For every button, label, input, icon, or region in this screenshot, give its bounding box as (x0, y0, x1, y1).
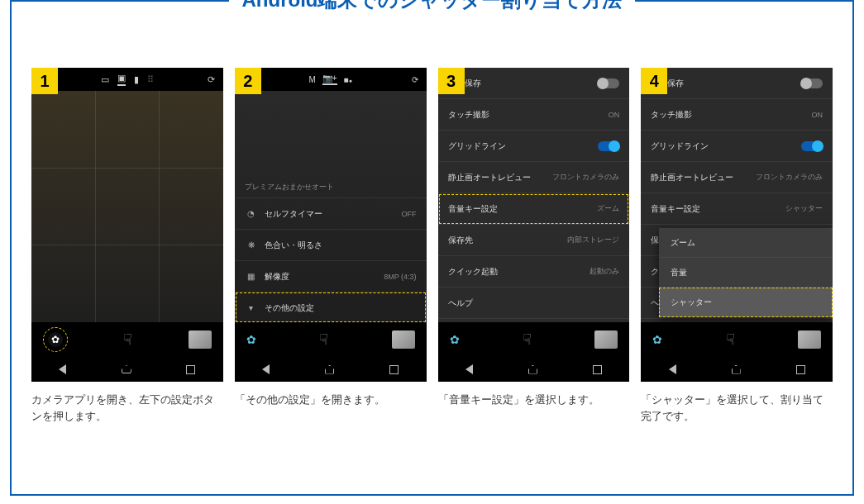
setting-quick-launch[interactable]: クイック起動 起動のみ (438, 256, 630, 288)
settings-button-active[interactable]: ✿ (450, 333, 460, 346)
nav-home-icon[interactable] (528, 365, 537, 374)
setting-gridline[interactable]: グリッドライン (641, 131, 833, 162)
setting-touch-shoot[interactable]: タッチ撮影 ON (641, 99, 833, 131)
nav-home-icon[interactable] (325, 365, 334, 374)
setting-save[interactable]: 報を保存 (641, 68, 833, 99)
shutter-button[interactable]: ☟ (523, 330, 532, 349)
nav-back-icon[interactable] (262, 364, 270, 374)
shutter-button[interactable]: ☟ (123, 330, 132, 349)
setting-value: 内部ストレージ (567, 235, 619, 245)
instruction-title: Android端末でのシャッター割り当て方法 (229, 0, 636, 13)
menu-label: セルフタイマー (265, 208, 402, 220)
mode-m-icon[interactable]: M (308, 75, 315, 84)
menu-value: 8MP (4:3) (384, 273, 416, 281)
menu-self-timer[interactable]: ◔ セルフタイマー OFF (235, 197, 427, 229)
settings-list: 報を保存 タッチ撮影 ON グリッドライン 静止画オートレビュー フロントカメラ… (641, 68, 833, 322)
step-caption: 「シャッター」を選択して、割り当て完了です。 (641, 392, 833, 425)
sun-icon: ❋ (245, 240, 258, 250)
step-3: 3 報を保存 タッチ撮影 ON グリッドライン (438, 68, 630, 425)
setting-help[interactable]: ヘルプ (438, 288, 630, 319)
step-1: 1 ▭ ▣ ▮ ⠿ ⟳ ✿ ☟ (31, 68, 223, 425)
switch-camera-icon[interactable]: ⟳ (208, 74, 215, 85)
setting-value: 起動のみ (590, 266, 619, 277)
android-navbar (641, 357, 833, 382)
mode-icon-2-active[interactable]: ▣ (117, 73, 126, 86)
nav-recent-icon[interactable] (796, 365, 805, 374)
camera-viewfinder[interactable] (31, 91, 223, 322)
nav-back-icon[interactable] (59, 364, 66, 374)
setting-value: シャッター (785, 203, 823, 214)
setting-label: ヘルプ (448, 297, 473, 309)
nav-back-icon[interactable] (465, 364, 473, 374)
setting-gridline[interactable]: グリッドライン (438, 131, 630, 162)
switch-camera-icon[interactable]: ⟳ (412, 75, 418, 84)
toggle-on[interactable] (598, 141, 619, 151)
toggle-on[interactable] (801, 141, 823, 151)
gallery-thumbnail[interactable] (189, 330, 212, 349)
gallery-thumbnail[interactable] (594, 330, 618, 349)
popup-option-volume[interactable]: 音量 (659, 258, 833, 288)
phone-screenshot-3: 報を保存 タッチ撮影 ON グリッドライン 静止画オートレビュー フロントカメラ… (438, 68, 630, 382)
menu-label: 解像度 (265, 271, 384, 283)
setting-save-dest[interactable]: 保存先 内部ストレージ (438, 225, 630, 256)
camera-top-bar: M 📷+ ■● ⟳ (235, 68, 427, 91)
toggle-off[interactable] (598, 78, 619, 88)
mode-icon-3[interactable]: ▮ (134, 74, 139, 85)
nav-recent-icon[interactable] (593, 365, 602, 374)
setting-label: タッチ撮影 (651, 109, 692, 121)
step-number-badge: 1 (31, 68, 58, 94)
menu-value: OFF (402, 210, 417, 218)
nav-home-icon[interactable] (122, 365, 131, 373)
camera-bottom-bar: ✿ ☟ (31, 322, 223, 357)
mode-cam-icon[interactable]: 📷+ (322, 74, 337, 85)
step-number-badge: 2 (235, 68, 261, 94)
setting-volume-key-highlighted[interactable]: 音量キー設定 ズーム (438, 193, 630, 225)
shutter-button[interactable]: ☟ (726, 330, 735, 349)
settings-button-active[interactable]: ✿ (652, 333, 662, 346)
step-4: 4 報を保存 タッチ撮影 ON グリッドライン (641, 68, 833, 425)
menu-label: 色合い・明るさ (265, 240, 417, 251)
settings-button-active[interactable]: ✿ (246, 333, 256, 346)
settings-list: 報を保存 タッチ撮影 ON グリッドライン 静止画オートレビュー フロントカメラ… (438, 68, 630, 322)
menu-color-brightness[interactable]: ❋ 色合い・明るさ (235, 229, 427, 260)
menu-other-settings-highlighted[interactable]: ▾ その他の設定 (235, 292, 427, 323)
nav-home-icon[interactable] (732, 365, 741, 374)
nav-recent-icon[interactable] (389, 365, 399, 374)
settings-section-header: プレミアムおまかせオート (235, 91, 427, 197)
gallery-thumbnail[interactable] (392, 330, 415, 349)
instruction-frame: Android端末でのシャッター割り当て方法 1 ▭ ▣ ▮ ⠿ ⟳ ✿ (10, 0, 854, 496)
popup-option-shutter-selected[interactable]: シャッター (659, 288, 833, 317)
nav-recent-icon[interactable] (186, 365, 195, 374)
menu-resolution[interactable]: ▦ 解像度 8MP (4:3) (235, 260, 427, 292)
setting-save[interactable]: 報を保存 (438, 68, 630, 99)
setting-still-review[interactable]: 静止画オートレビュー フロントカメラのみ (438, 162, 630, 193)
step-caption: 「その他の設定」を開きます。 (235, 392, 427, 408)
setting-label: 音量キー設定 (651, 203, 700, 215)
setting-label: クイック起動 (448, 266, 498, 278)
android-navbar (438, 357, 630, 382)
volume-key-popup: ズーム 音量 シャッター (659, 228, 833, 317)
mode-icon-4[interactable]: ⠿ (147, 74, 154, 85)
gallery-thumbnail[interactable] (798, 330, 821, 349)
android-navbar (31, 357, 223, 382)
shutter-button[interactable]: ☟ (319, 330, 328, 349)
toggle-off[interactable] (801, 78, 823, 88)
setting-value: フロントカメラのみ (552, 174, 619, 182)
setting-touch-shoot[interactable]: タッチ撮影 ON (438, 99, 630, 131)
mode-vid-icon[interactable]: ■● (344, 75, 352, 84)
android-navbar (235, 357, 427, 382)
grid-icon: ▦ (245, 272, 258, 281)
setting-still-review[interactable]: 静止画オートレビュー フロントカメラのみ (641, 162, 833, 193)
mode-icon-1[interactable]: ▭ (101, 74, 109, 85)
setting-value: ON (609, 111, 620, 119)
nav-back-icon[interactable] (669, 364, 676, 374)
step-number-badge: 3 (438, 68, 465, 94)
setting-value: ON (812, 111, 823, 119)
chevron-down-icon: ▾ (245, 303, 258, 312)
setting-volume-key[interactable]: 音量キー設定 シャッター (641, 193, 833, 225)
step-number-badge: 4 (641, 68, 667, 94)
setting-label: 静止画オートレビュー (448, 172, 531, 183)
settings-button[interactable]: ✿ (48, 332, 63, 347)
timer-icon: ◔ (245, 209, 258, 218)
popup-option-zoom[interactable]: ズーム (659, 228, 833, 258)
